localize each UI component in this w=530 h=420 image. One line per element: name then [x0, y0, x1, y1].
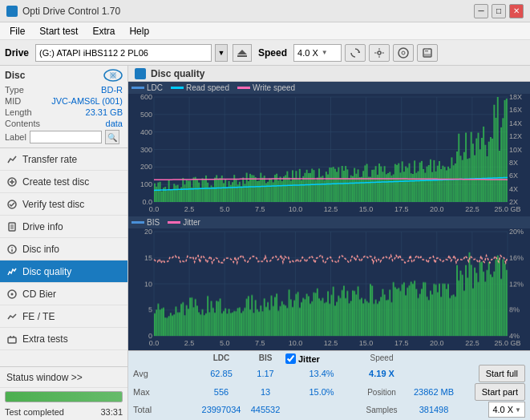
bis-legend-color: [131, 221, 144, 224]
disc-contents-val: data: [106, 119, 123, 128]
position-label: Position: [358, 388, 406, 397]
bis-legend-item: BIS: [131, 218, 160, 227]
sidebar-item-disc-quality[interactable]: Disc quality: [0, 260, 127, 283]
start-full-button[interactable]: Start full: [479, 365, 525, 382]
menu-start-test[interactable]: Start test: [33, 24, 84, 38]
fe-te-icon: [6, 311, 18, 322]
write-speed-legend-item: Write speed: [237, 83, 295, 92]
stats-max-row: Max 556 13 15.0% Position 23862 MB Start…: [133, 383, 525, 401]
speed-selector[interactable]: 4.0 X ▼: [488, 402, 525, 418]
ldc-legend-label: LDC: [147, 83, 163, 92]
jitter-checkbox[interactable]: [285, 353, 296, 364]
save-button[interactable]: [417, 44, 438, 62]
read-speed-legend-color: [171, 87, 184, 89]
sidebar-item-create-test-disc[interactable]: Create test disc: [0, 171, 127, 193]
disc-contents-row: Contents data: [5, 119, 123, 128]
minimize-button[interactable]: ─: [474, 4, 488, 18]
speed-current-val: 4.19 X: [358, 369, 406, 378]
svg-rect-6: [374, 52, 377, 53]
drive-info-label: Drive info: [22, 221, 63, 232]
disc-label-input[interactable]: [30, 131, 102, 143]
disc-label-key: Label: [5, 132, 26, 142]
create-test-disc-label: Create test disc: [22, 176, 89, 188]
close-button[interactable]: ✕: [509, 4, 524, 18]
disc-info-label: Disc info: [22, 244, 59, 255]
stats-total-row: Total 23997034 445532 Samples 381498 4.0…: [133, 402, 525, 418]
menu-extra[interactable]: Extra: [86, 24, 121, 38]
upper-legend: LDC Read speed Write speed: [128, 82, 530, 94]
transfer-rate-label: Transfer rate: [22, 154, 77, 165]
disc-info-icon: [6, 244, 18, 255]
svg-marker-0: [237, 50, 247, 55]
speed-selector-value: 4.0 X: [492, 405, 513, 414]
write-speed-legend-color: [237, 87, 250, 89]
speed-select[interactable]: 4.0 X ▼: [293, 44, 342, 62]
title-bar: Opti Drive Control 1.70 ─ □ ✕: [0, 0, 530, 22]
title-controls: ─ □ ✕: [474, 4, 524, 18]
drive-select[interactable]: (G:) ATAPI iHBS112 2 PL06: [35, 44, 212, 62]
disc-header-icon: [103, 69, 123, 82]
lower-chart-canvas: [128, 228, 530, 351]
sidebar-item-drive-info[interactable]: Drive info: [0, 216, 127, 238]
menu-file[interactable]: File: [3, 24, 31, 38]
jitter-check-container: Jitter: [285, 353, 358, 364]
disc-label-row: Label 🔍: [5, 130, 123, 144]
upper-chart-section: LDC Read speed Write speed: [128, 82, 530, 216]
disc-length-key: Length: [5, 107, 32, 117]
speed-label: Speed: [258, 47, 287, 59]
charts-stats-container: LDC Read speed Write speed: [128, 82, 530, 420]
write-speed-legend-label: Write speed: [253, 83, 295, 92]
disc-type-val: BD-R: [101, 85, 123, 95]
svg-point-9: [402, 51, 405, 55]
app-title: Opti Drive Control 1.70: [22, 6, 120, 17]
disc-type-key: Type: [5, 85, 24, 95]
main-content: Disc Type BD-R MID JVC-AMS6L (001) Lengt…: [0, 66, 530, 420]
maximize-button[interactable]: □: [492, 4, 506, 18]
jitter-legend-color: [168, 221, 180, 224]
sidebar-item-extra-tests[interactable]: Extra tests: [0, 328, 127, 350]
app-icon: [6, 6, 18, 17]
create-test-disc-icon: [6, 176, 18, 188]
disc-contents-key: Contents: [5, 119, 40, 128]
stats-bar: LDC BIS Jitter Speed Avg 62.85 1.17 13.4…: [128, 350, 530, 420]
sidebar-item-cd-bier[interactable]: CD Bier: [0, 283, 127, 305]
disc-length-val: 23.31 GB: [86, 107, 123, 117]
drive-toolbar: Drive (G:) ATAPI iHBS112 2 PL06 ▼ Speed …: [0, 40, 530, 66]
extra-tests-label: Extra tests: [22, 333, 68, 345]
svg-rect-7: [382, 52, 385, 53]
refresh-button[interactable]: [345, 44, 366, 62]
start-part-button[interactable]: Start part: [475, 383, 525, 401]
disc-label-button[interactable]: 🔍: [105, 130, 119, 144]
disc-button[interactable]: [393, 44, 414, 62]
drive-dropdown-button[interactable]: ▼: [215, 44, 228, 62]
sidebar-item-transfer-rate[interactable]: Transfer rate: [0, 148, 127, 171]
ldc-col-header: LDC: [197, 353, 245, 364]
menu-help[interactable]: Help: [123, 24, 156, 38]
stats-avg-row: Avg 62.85 1.17 13.4% 4.19 X Start full: [133, 365, 525, 382]
disc-quality-icon: [6, 266, 18, 277]
cd-bier-label: CD Bier: [22, 289, 56, 300]
settings-button[interactable]: [369, 44, 390, 62]
status-window-button[interactable]: Status window >>: [0, 367, 127, 388]
jitter-legend-item: Jitter: [168, 218, 200, 227]
sidebar-item-verify-test-disc[interactable]: Verify test disc: [0, 193, 127, 216]
ldc-avg-val: 62.85: [197, 369, 245, 378]
read-speed-legend-item: Read speed: [171, 83, 229, 92]
svg-rect-4: [379, 48, 380, 50]
total-row-label: Total: [133, 405, 197, 414]
sidebar-item-fe-te[interactable]: FE / TE: [0, 305, 127, 328]
disc-mid-row: MID JVC-AMS6L (001): [5, 96, 123, 106]
samples-label: Samples: [358, 406, 406, 414]
svg-rect-5: [379, 55, 380, 58]
eject-button[interactable]: [233, 44, 252, 62]
disc-header: Disc: [5, 69, 123, 82]
jitter-max-val: 15.0%: [285, 387, 358, 397]
progress-bar-fill: [6, 392, 122, 402]
disc-panel: Disc Type BD-R MID JVC-AMS6L (001) Lengt…: [0, 66, 127, 148]
svg-point-3: [378, 51, 381, 55]
svg-point-8: [399, 48, 408, 58]
jitter-legend-label: Jitter: [183, 218, 200, 227]
sidebar-item-disc-info[interactable]: Disc info: [0, 238, 127, 260]
bis-max-val: 13: [245, 387, 285, 397]
status-time: 33:31: [100, 407, 123, 417]
